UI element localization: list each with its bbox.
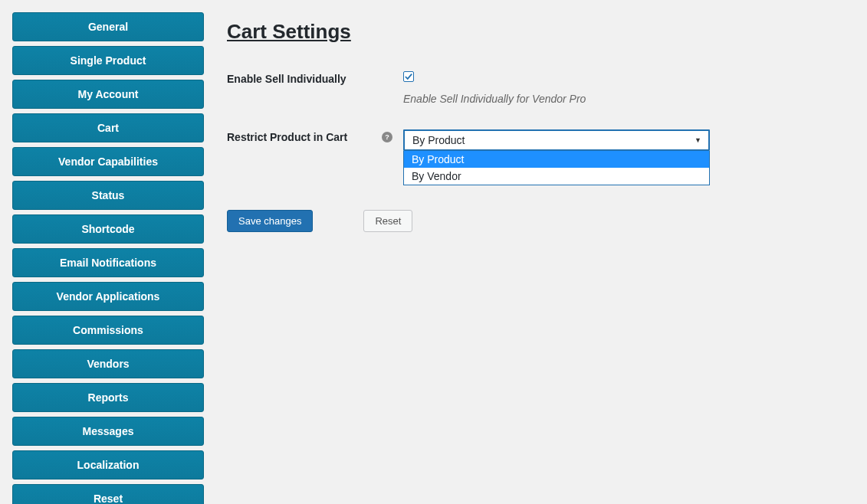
- main-content: Cart Settings Enable Sell Individually E…: [227, 12, 855, 504]
- enable-sell-individually-checkbox[interactable]: [403, 71, 414, 82]
- field-restrict-product: Restrict Product in Cart ? By Product ▼ …: [227, 129, 855, 185]
- sidebar-item-messages[interactable]: Messages: [12, 417, 204, 446]
- sidebar-item-general[interactable]: General: [12, 12, 204, 41]
- chevron-down-icon: ▼: [695, 136, 701, 144]
- sidebar-item-shortcode[interactable]: Shortcode: [12, 214, 204, 244]
- sidebar-item-email-notifications[interactable]: Email Notifications: [12, 248, 204, 277]
- sidebar-item-vendor-capabilities[interactable]: Vendor Capabilities: [12, 147, 204, 176]
- restrict-product-option-by-product[interactable]: By Product: [404, 151, 709, 168]
- restrict-product-dropdown: By Product By Vendor: [403, 151, 710, 185]
- enable-sell-individually-label: Enable Sell Individually: [227, 71, 403, 85]
- sidebar-item-localization[interactable]: Localization: [12, 450, 204, 479]
- reset-button[interactable]: Reset: [363, 210, 412, 232]
- restrict-product-label: Restrict Product in Cart: [227, 129, 382, 143]
- settings-sidebar: General Single Product My Account Cart V…: [12, 12, 204, 504]
- restrict-product-selected-value: By Product: [412, 134, 465, 146]
- sidebar-item-status[interactable]: Status: [12, 181, 204, 210]
- field-enable-sell-individually: Enable Sell Individually Enable Sell Ind…: [227, 71, 855, 105]
- help-icon[interactable]: ?: [382, 132, 392, 142]
- sidebar-item-cart[interactable]: Cart: [12, 113, 204, 142]
- form-actions: Save changes Reset: [227, 210, 855, 232]
- restrict-product-option-by-vendor[interactable]: By Vendor: [404, 168, 709, 185]
- sidebar-item-my-account[interactable]: My Account: [12, 80, 204, 109]
- save-changes-button[interactable]: Save changes: [227, 210, 313, 232]
- sidebar-item-vendor-applications[interactable]: Vendor Applications: [12, 282, 204, 311]
- sidebar-item-commissions[interactable]: Commissions: [12, 316, 204, 345]
- sidebar-item-single-product[interactable]: Single Product: [12, 46, 204, 75]
- sidebar-item-reset[interactable]: Reset: [12, 484, 204, 504]
- sidebar-item-vendors[interactable]: Vendors: [12, 349, 204, 378]
- restrict-product-select[interactable]: By Product ▼: [403, 129, 710, 151]
- check-icon: [405, 73, 412, 80]
- enable-sell-individually-description: Enable Sell Individually for Vendor Pro: [403, 93, 855, 105]
- page-title: Cart Settings: [227, 20, 855, 44]
- sidebar-item-reports[interactable]: Reports: [12, 383, 204, 412]
